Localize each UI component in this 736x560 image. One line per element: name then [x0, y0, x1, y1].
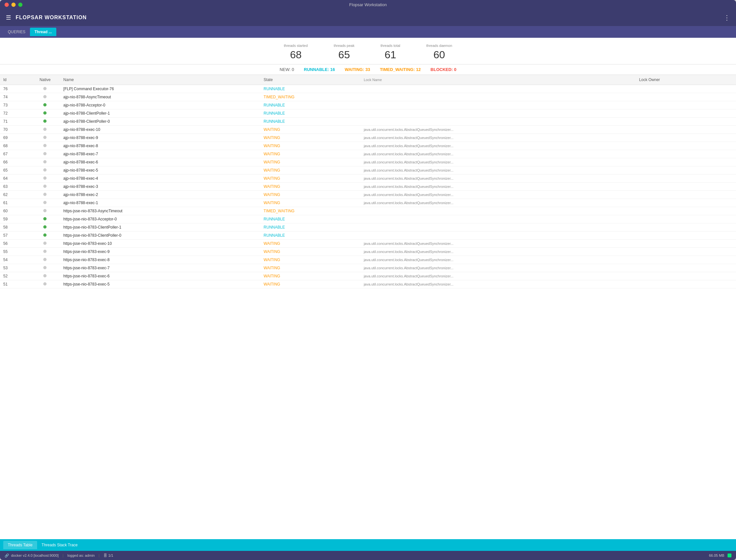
native-dot: [43, 193, 47, 196]
table-row[interactable]: 62 ajp-nio-8788-exec-2 WAITING java.util…: [0, 191, 736, 199]
table-row[interactable]: 63 ajp-nio-8788-exec-3 WAITING java.util…: [0, 183, 736, 191]
cell-lockowner: [636, 126, 736, 134]
maximize-button[interactable]: [18, 3, 22, 7]
table-row[interactable]: 52 https-jsse-nio-8783-exec-6 WAITING ja…: [0, 272, 736, 280]
threads-table: Id Native Name State Lock Name Lock Owne…: [0, 75, 736, 288]
stat-threads-total-value: 61: [380, 49, 400, 61]
native-dot: [43, 160, 47, 163]
kebab-icon[interactable]: ⋮: [724, 14, 730, 21]
cell-lockowner: [636, 85, 736, 93]
cell-state: WAITING: [261, 126, 361, 134]
table-body: 76 [FLP] Command Executor-76 RUNNABLE 74…: [0, 85, 736, 288]
cell-id: 73: [0, 101, 30, 109]
cell-state: RUNNABLE: [261, 101, 361, 109]
cell-lockowner: [636, 142, 736, 150]
filter-runnable[interactable]: RUNNABLE: 16: [304, 67, 335, 72]
cell-lockname: java.util.concurrent.locks.AbstractQueue…: [361, 183, 636, 191]
cell-name: ajp-nio-8788-ClientPoller-1: [60, 109, 261, 118]
cell-id: 68: [0, 142, 30, 150]
close-button[interactable]: [5, 3, 9, 7]
cell-name: ajp-nio-8788-exec-5: [60, 166, 261, 175]
table-row[interactable]: 54 https-jsse-nio-8783-exec-8 WAITING ja…: [0, 256, 736, 264]
filter-waiting[interactable]: WAITING: 33: [345, 67, 370, 72]
cell-native: [30, 134, 60, 142]
table-row[interactable]: 53 https-jsse-nio-8783-exec-7 WAITING ja…: [0, 264, 736, 272]
table-row[interactable]: 68 ajp-nio-8788-exec-8 WAITING java.util…: [0, 142, 736, 150]
window-controls: [5, 3, 22, 7]
cell-name: ajp-nio-8788-AsyncTimeout: [60, 93, 261, 101]
table-row[interactable]: 60 https-jsse-nio-8783-AsyncTimeout TIME…: [0, 207, 736, 215]
filter-new[interactable]: NEW: 0: [280, 67, 294, 72]
table-row[interactable]: 61 ajp-nio-8788-exec-1 WAITING java.util…: [0, 199, 736, 207]
cell-state: WAITING: [261, 240, 361, 248]
native-dot: [43, 119, 47, 123]
hamburger-icon[interactable]: ☰: [6, 14, 11, 21]
cell-lockname: [361, 101, 636, 109]
cell-id: 58: [0, 223, 30, 231]
cell-state: RUNNABLE: [261, 223, 361, 231]
native-dot: [43, 250, 47, 253]
cell-name: https-jsse-nio-8783-exec-8: [60, 256, 261, 264]
cell-lockowner: [636, 231, 736, 240]
table-row[interactable]: 56 https-jsse-nio-8783-exec-10 WAITING j…: [0, 240, 736, 248]
cell-id: 70: [0, 126, 30, 134]
cell-native: [30, 223, 60, 231]
cell-lockowner: [636, 150, 736, 158]
cell-lockname: java.util.concurrent.locks.AbstractQueue…: [361, 272, 636, 280]
filter-blocked[interactable]: BLOCKED: 0: [431, 67, 456, 72]
cell-lockowner: [636, 215, 736, 223]
state-badge: WAITING: [264, 176, 280, 181]
cell-lockowner: [636, 223, 736, 231]
table-header-row: Id Native Name State Lock Name Lock Owne…: [0, 75, 736, 85]
minimize-button[interactable]: [11, 3, 16, 7]
table-row[interactable]: 57 https-jsse-nio-8783-ClientPoller-0 RU…: [0, 231, 736, 240]
cell-lockowner: [636, 175, 736, 183]
table-row[interactable]: 66 ajp-nio-8788-exec-6 WAITING java.util…: [0, 158, 736, 166]
cell-native: [30, 215, 60, 223]
bottom-tab-threads-table[interactable]: Threads Table: [3, 541, 37, 549]
table-row[interactable]: 70 ajp-nio-8788-exec-10 WAITING java.uti…: [0, 126, 736, 134]
cell-id: 51: [0, 280, 30, 288]
nav-tabs: QUERIES Thread ...: [0, 26, 736, 38]
cell-id: 76: [0, 85, 30, 93]
app-title: FLOPSAR WORKSTATION: [16, 15, 87, 21]
cell-lockowner: [636, 199, 736, 207]
cell-native: [30, 183, 60, 191]
table-row[interactable]: 72 ajp-nio-8788-ClientPoller-1 RUNNABLE: [0, 109, 736, 118]
table-row[interactable]: 59 https-jsse-nio-8783-Acceptor-0 RUNNAB…: [0, 215, 736, 223]
cell-name: ajp-nio-8788-ClientPoller-0: [60, 118, 261, 126]
state-badge: RUNNABLE: [264, 233, 285, 238]
table-row[interactable]: 64 ajp-nio-8788-exec-4 WAITING java.util…: [0, 175, 736, 183]
cell-lockname: [361, 231, 636, 240]
tab-thread[interactable]: Thread ...: [30, 28, 56, 36]
bottom-tab-stack-trace[interactable]: Threads Stack Trace: [37, 541, 82, 549]
table-row[interactable]: 55 https-jsse-nio-8783-exec-9 WAITING ja…: [0, 248, 736, 256]
table-row[interactable]: 71 ajp-nio-8788-ClientPoller-0 RUNNABLE: [0, 118, 736, 126]
cell-lockowner: [636, 158, 736, 166]
cell-name: https-jsse-nio-8783-exec-7: [60, 264, 261, 272]
native-dot: [43, 266, 47, 269]
table-row[interactable]: 51 https-jsse-nio-8783-exec-5 WAITING ja…: [0, 280, 736, 288]
stat-threads-started-value: 68: [284, 49, 308, 61]
filter-bar: NEW: 0 RUNNABLE: 16 WAITING: 33 TIMED_WA…: [0, 64, 736, 75]
state-badge: WAITING: [264, 135, 280, 140]
table-row[interactable]: 69 ajp-nio-8788-exec-9 WAITING java.util…: [0, 134, 736, 142]
cell-id: 63: [0, 183, 30, 191]
threads-table-container[interactable]: Id Native Name State Lock Name Lock Owne…: [0, 75, 736, 539]
table-row[interactable]: 73 ajp-nio-8788-Acceptor-0 RUNNABLE: [0, 101, 736, 109]
tab-queries[interactable]: QUERIES: [3, 28, 30, 36]
table-row[interactable]: 58 https-jsse-nio-8783-ClientPoller-1 RU…: [0, 223, 736, 231]
cell-lockname: [361, 93, 636, 101]
table-row[interactable]: 67 ajp-nio-8788-exec-7 WAITING java.util…: [0, 150, 736, 158]
cell-native: [30, 175, 60, 183]
cell-lockowner: [636, 118, 736, 126]
state-badge: WAITING: [264, 160, 280, 164]
stat-threads-peak-value: 65: [334, 49, 355, 61]
table-row[interactable]: 74 ajp-nio-8788-AsyncTimeout TIMED_WAITI…: [0, 93, 736, 101]
filter-timed-waiting[interactable]: TIMED_WAITING: 12: [380, 67, 421, 72]
native-dot: [43, 201, 47, 204]
cell-lockname: [361, 207, 636, 215]
table-row[interactable]: 76 [FLP] Command Executor-76 RUNNABLE: [0, 85, 736, 93]
cell-state: WAITING: [261, 264, 361, 272]
table-row[interactable]: 65 ajp-nio-8788-exec-5 WAITING java.util…: [0, 166, 736, 175]
